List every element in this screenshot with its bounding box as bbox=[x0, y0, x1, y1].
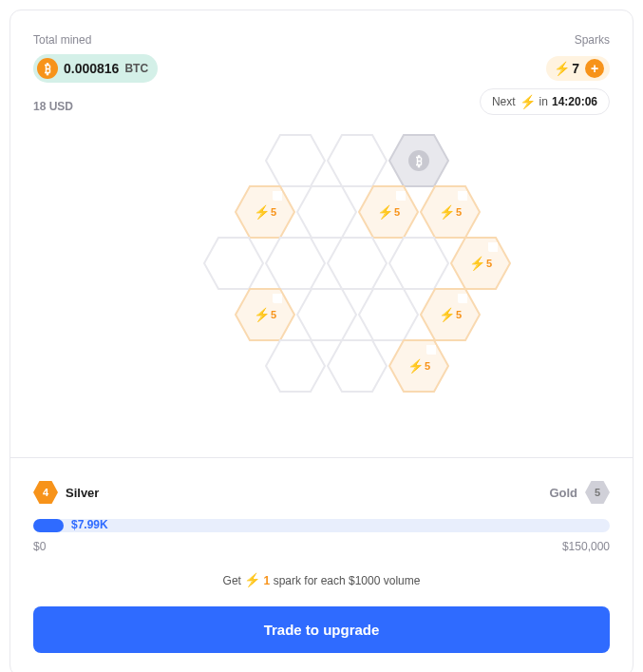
trade-to-upgrade-button[interactable]: Trade to upgrade bbox=[33, 606, 610, 653]
svg-marker-1 bbox=[328, 135, 387, 186]
hex-cell[interactable]: ⚡5 bbox=[235, 185, 295, 239]
next-level: Gold 5 bbox=[549, 481, 610, 504]
bitcoin-icon: ₿ bbox=[408, 150, 429, 171]
hex-cell bbox=[327, 134, 388, 187]
svg-marker-4 bbox=[297, 186, 356, 238]
bolt-icon: ⚡ bbox=[244, 572, 260, 587]
btc-currency: BTC bbox=[124, 62, 148, 75]
bolt-icon: ⚡ bbox=[554, 61, 570, 76]
range-min: $0 bbox=[33, 540, 46, 553]
hex-cell[interactable]: ⚡5 bbox=[420, 185, 481, 239]
bolt-icon: ⚡ bbox=[254, 204, 270, 220]
honeycomb-grid: ₿⚡5⚡5⚡5⚡5⚡5⚡5⚡5 bbox=[33, 134, 610, 419]
hex-cell bbox=[388, 237, 449, 290]
bolt-icon: ⚡ bbox=[520, 94, 536, 109]
svg-marker-10 bbox=[389, 238, 448, 289]
total-mined-badge: ₿ 0.000816 BTC bbox=[33, 54, 158, 83]
level-badge-next: 5 bbox=[585, 481, 610, 504]
svg-marker-7 bbox=[204, 238, 263, 289]
hex-cell bbox=[265, 134, 326, 187]
svg-marker-17 bbox=[328, 340, 387, 392]
hex-cell bbox=[296, 288, 357, 341]
bolt-icon: ⚡ bbox=[439, 307, 455, 322]
sparks-count: 7 bbox=[572, 61, 579, 76]
svg-marker-13 bbox=[297, 289, 356, 340]
bolt-icon: ⚡ bbox=[377, 204, 393, 220]
hex-cell bbox=[327, 339, 388, 393]
hex-cell bbox=[327, 237, 388, 290]
hex-cell[interactable]: ⚡5 bbox=[235, 288, 295, 341]
hex-cell[interactable]: ⚡5 bbox=[450, 237, 511, 290]
svg-marker-0 bbox=[266, 135, 325, 186]
current-level: 4 Silver bbox=[33, 481, 99, 504]
sparks-label: Sparks bbox=[575, 33, 610, 47]
usd-value: 18 USD bbox=[33, 100, 73, 113]
hex-cell[interactable]: ⚡5 bbox=[420, 288, 481, 341]
next-spark-timer: Next ⚡ in 14:20:06 bbox=[480, 88, 610, 115]
svg-marker-14 bbox=[359, 289, 418, 340]
hex-cell[interactable]: ⚡5 bbox=[388, 339, 449, 393]
spark-hint: Get ⚡ 1 spark for each $1000 volume bbox=[33, 572, 610, 587]
hex-cell bbox=[265, 339, 326, 393]
svg-marker-16 bbox=[266, 340, 325, 392]
svg-marker-8 bbox=[266, 238, 325, 289]
bitcoin-icon: ₿ bbox=[37, 58, 58, 79]
sparks-badge: ⚡ 7 + bbox=[546, 56, 610, 81]
hex-cell bbox=[265, 237, 326, 290]
add-spark-button[interactable]: + bbox=[585, 59, 604, 78]
level-badge-current: 4 bbox=[33, 481, 58, 504]
progress-fill bbox=[33, 519, 64, 532]
total-mined-label: Total mined bbox=[33, 33, 91, 47]
range-max: $150,000 bbox=[562, 540, 610, 553]
svg-marker-9 bbox=[328, 238, 387, 289]
top-section: Total mined Sparks ₿ 0.000816 BTC ⚡ 7 + … bbox=[10, 10, 633, 457]
sparks-pill: ⚡ 7 + bbox=[546, 56, 610, 81]
level-section: 4 Silver Gold 5 $7.99K $0 $150,000 Get ⚡… bbox=[10, 457, 633, 672]
hex-cell bbox=[203, 237, 264, 290]
hex-cell bbox=[358, 288, 419, 341]
progress-value: $7.99K bbox=[71, 518, 108, 531]
bolt-icon: ⚡ bbox=[407, 358, 424, 374]
bolt-icon: ⚡ bbox=[469, 256, 485, 271]
hex-cell[interactable]: ⚡5 bbox=[358, 185, 419, 239]
progress-bar: $7.99K bbox=[33, 519, 610, 532]
bolt-icon: ⚡ bbox=[439, 204, 455, 220]
mining-card: Total mined Sparks ₿ 0.000816 BTC ⚡ 7 + … bbox=[9, 10, 634, 672]
bolt-icon: ⚡ bbox=[254, 307, 270, 322]
hex-cell[interactable]: ₿ bbox=[388, 134, 449, 187]
btc-amount: 0.000816 bbox=[64, 61, 119, 76]
hex-cell bbox=[296, 185, 357, 239]
